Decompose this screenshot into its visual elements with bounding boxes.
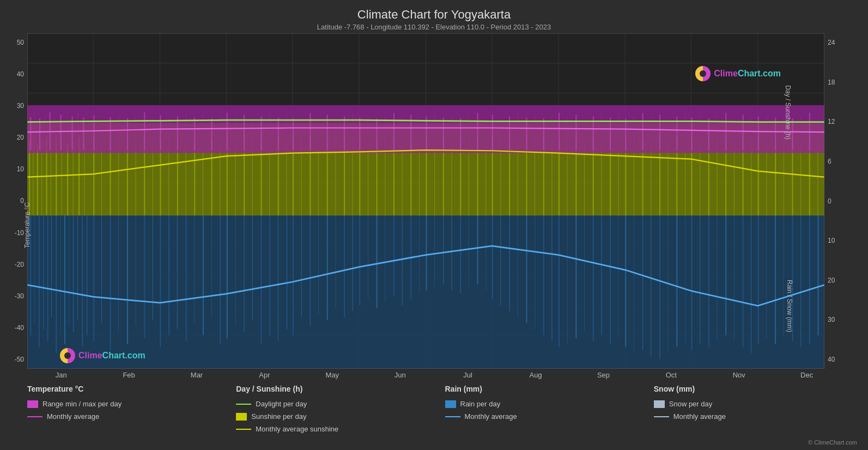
svg-rect-82: [469, 215, 469, 287]
svg-rect-72: [385, 215, 385, 302]
svg-rect-56: [252, 215, 253, 320]
legend-snow-avg: Monthly average: [654, 412, 852, 421]
legend-snow: Snow (mm) Snow per day Monthly average: [648, 385, 857, 445]
legend-rain-label: Rain per day: [460, 400, 501, 408]
svg-rect-52: [220, 215, 221, 344]
temp-avg-line: [27, 416, 43, 417]
svg-rect-296: [575, 115, 576, 150]
svg-rect-89: [526, 215, 527, 323]
svg-rect-69: [359, 215, 360, 305]
svg-rect-58: [269, 215, 270, 335]
svg-rect-286: [492, 115, 493, 150]
svg-rect-176: [410, 142, 411, 215]
svg-rect-84: [485, 215, 486, 290]
svg-rect-94: [567, 215, 568, 344]
svg-rect-31: [64, 215, 65, 344]
svg-rect-306: [659, 115, 660, 150]
svg-rect-40: [118, 215, 119, 332]
month-jan: Jan: [34, 371, 88, 379]
svg-rect-37: [93, 215, 94, 341]
svg-rect-304: [642, 113, 644, 150]
svg-rect-310: [691, 118, 692, 150]
svg-rect-38: [101, 215, 102, 323]
svg-rect-299: [601, 113, 602, 150]
legend-temp-avg-label: Monthly average: [47, 412, 99, 421]
svg-rect-86: [500, 215, 501, 305]
svg-rect-45: [160, 215, 161, 347]
month-nov: Nov: [712, 371, 766, 379]
svg-rect-64: [318, 215, 319, 314]
logo-icon: [695, 66, 711, 81]
svg-rect-265: [318, 117, 319, 150]
svg-rect-253: [220, 116, 220, 151]
svg-rect-29: [56, 215, 57, 353]
brand-logo-bottom-left: ClimeChart.com: [60, 348, 145, 363]
legend-snow-avg-label: Monthly average: [673, 412, 726, 421]
svg-rect-36: [87, 215, 88, 335]
chart-header: Climate Chart for Yogyakarta Latitude -7…: [0, 0, 868, 33]
svg-rect-30: [60, 215, 61, 335]
svg-rect-297: [584, 119, 585, 150]
legend-temperature: Temperature °C Range min / max per day M…: [22, 385, 230, 445]
legend-rain-avg-label: Monthly average: [465, 412, 517, 421]
month-sep: Sep: [576, 371, 630, 379]
svg-rect-70: [368, 215, 368, 299]
month-dec: Dec: [780, 371, 834, 379]
svg-rect-71: [377, 215, 378, 308]
svg-rect-307: [668, 119, 669, 150]
svg-rect-88: [518, 215, 518, 317]
svg-rect-60: [286, 215, 287, 329]
svg-rect-245: [153, 118, 153, 150]
svg-rect-280: [443, 118, 444, 150]
svg-rect-263: [301, 116, 302, 151]
svg-rect-309: [685, 113, 685, 150]
svg-rect-292: [543, 118, 544, 150]
svg-rect-27: [47, 215, 48, 341]
svg-rect-300: [610, 118, 611, 150]
svg-rect-120: [784, 215, 784, 335]
svg-rect-272: [377, 118, 378, 150]
svg-rect-118: [766, 215, 767, 338]
y-label-right-sunshine: Day / Sunshine (h): [784, 86, 791, 140]
svg-rect-264: [309, 113, 311, 150]
svg-rect-291: [535, 115, 535, 150]
month-aug: Aug: [508, 371, 563, 379]
svg-rect-257: [252, 119, 253, 150]
svg-rect-239: [101, 119, 102, 150]
svg-rect-26: [43, 215, 44, 329]
svg-rect-57: [260, 215, 262, 344]
brand-name-bottom: ClimeChart.com: [78, 351, 145, 361]
legend-snow-label: Snow per day: [669, 400, 713, 408]
y-axis-right: 24 18 12 6 0 10 20 30 40: [824, 33, 868, 369]
brand-name: ClimeChart.com: [714, 69, 781, 79]
svg-rect-124: [817, 215, 818, 335]
svg-rect-278: [426, 117, 427, 151]
svg-rect-258: [260, 117, 262, 151]
svg-rect-234: [66, 119, 66, 150]
svg-rect-268: [344, 117, 345, 151]
svg-rect-59: [278, 215, 278, 341]
svg-rect-55: [244, 215, 245, 332]
svg-rect-80: [452, 215, 452, 290]
svg-rect-109: [691, 215, 692, 350]
svg-rect-49: [194, 215, 195, 323]
sunshine-swatch: [236, 413, 247, 421]
svg-rect-87: [509, 215, 510, 311]
svg-rect-316: [743, 115, 744, 150]
svg-rect-53: [227, 215, 228, 338]
svg-rect-122: [800, 215, 801, 347]
svg-rect-237: [83, 118, 84, 150]
svg-rect-103: [642, 215, 644, 350]
month-feb: Feb: [102, 371, 156, 379]
svg-rect-282: [460, 118, 461, 150]
legend-rain-bar: Rain per day: [445, 400, 643, 408]
svg-rect-101: [625, 215, 626, 347]
svg-rect-240: [110, 117, 111, 150]
copyright: © ClimeChart.com: [808, 439, 857, 446]
svg-rect-63: [309, 215, 311, 326]
rain-swatch: [445, 400, 456, 408]
svg-rect-289: [518, 113, 518, 150]
svg-rect-66: [335, 215, 336, 308]
svg-rect-105: [659, 215, 660, 359]
legend-rain-avg: Monthly average: [445, 412, 643, 421]
